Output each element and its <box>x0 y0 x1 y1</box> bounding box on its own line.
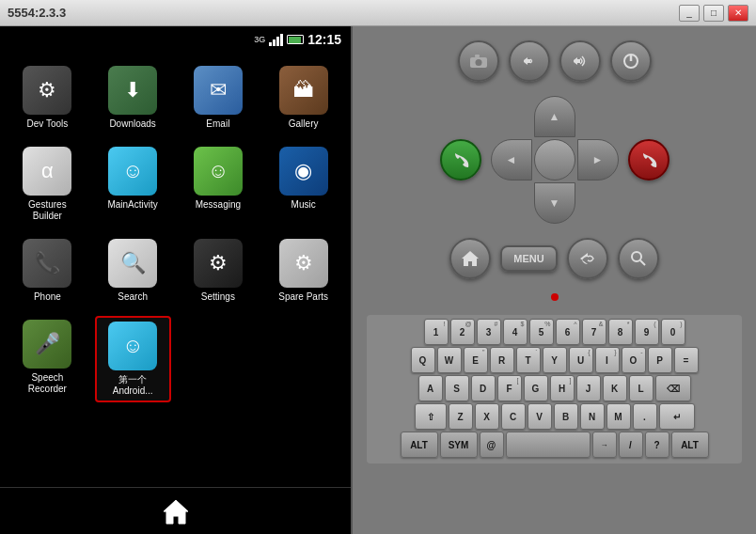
app-icon-speech-recorder: 🎤 <box>23 320 71 369</box>
key-backspace[interactable]: ⌫ <box>655 375 691 401</box>
key-2[interactable]: @2 <box>450 319 475 345</box>
key-o[interactable]: -O <box>622 347 646 373</box>
app-item-email[interactable]: ✉Email <box>181 62 257 134</box>
key-l[interactable]: L <box>629 375 654 401</box>
menu-button[interactable]: MENU <box>500 245 557 272</box>
key-c[interactable]: C <box>501 403 526 430</box>
app-item-dev-tools[interactable]: ⚙Dev Tools <box>9 62 86 134</box>
app-item-messaging[interactable]: ☺Messaging <box>181 143 257 226</box>
end-call-button[interactable] <box>628 139 669 181</box>
dpad-center-button[interactable] <box>534 139 575 181</box>
svg-rect-3 <box>475 55 480 57</box>
search-ctrl-button[interactable] <box>618 238 659 279</box>
app-item-gestures-builder[interactable]: αGestures Builder <box>9 143 86 226</box>
key-f[interactable]: [F <box>497 375 522 401</box>
back-button[interactable] <box>567 238 608 279</box>
app-item-music[interactable]: ◉Music <box>265 143 341 226</box>
key-v[interactable]: V <box>528 403 552 430</box>
key-u[interactable]: {U <box>569 347 593 373</box>
android-home-button[interactable] <box>449 238 491 279</box>
key-b[interactable]: B <box>554 403 578 430</box>
key-j[interactable]: J <box>576 375 601 401</box>
key-at[interactable]: @ <box>480 432 504 458</box>
key-t[interactable]: `T <box>516 347 541 373</box>
app-item-search[interactable]: 🔍Search <box>95 235 171 306</box>
dpad-right-button[interactable]: ► <box>577 139 619 181</box>
key-slash[interactable]: / <box>619 432 643 458</box>
svg-line-12 <box>640 260 645 265</box>
key-g[interactable]: G <box>524 375 548 401</box>
key-6[interactable]: ^6 <box>556 319 580 345</box>
key-5[interactable]: %5 <box>529 319 554 345</box>
app-item-speech-recorder[interactable]: 🎤Speech Recorder <box>9 316 86 402</box>
power-icon <box>622 53 639 70</box>
close-button[interactable]: ✕ <box>728 5 748 22</box>
volume-up-button[interactable] <box>559 40 601 82</box>
key-h[interactable]: ]H <box>550 375 575 401</box>
network-type-icon: 3G <box>254 35 265 44</box>
key-x[interactable]: X <box>475 403 499 430</box>
key-e[interactable]: "E <box>464 347 488 373</box>
minimize-button[interactable]: _ <box>679 5 700 22</box>
key-p[interactable]: P <box>648 347 672 373</box>
key-alt-left[interactable]: ALT <box>401 432 438 458</box>
top-control-row <box>458 40 652 82</box>
app-item-main-activity[interactable]: ☺MainActivity <box>95 143 171 226</box>
key-sym[interactable]: SYM <box>440 432 478 458</box>
dpad-up-button[interactable]: ▲ <box>534 96 575 137</box>
end-call-icon <box>640 151 657 168</box>
app-icon-dev-tools: ⚙ <box>23 66 71 115</box>
key-a[interactable]: A <box>418 375 443 401</box>
key-0[interactable]: )0 <box>661 319 685 345</box>
dpad-down-button[interactable]: ▼ <box>534 182 575 224</box>
app-label-speech-recorder: Speech Recorder <box>13 372 82 395</box>
key-d[interactable]: D <box>471 375 496 401</box>
key-m[interactable]: M <box>606 403 631 430</box>
camera-button[interactable] <box>458 40 499 82</box>
keyboard: !1 @2 #3 $4 %5 ^6 &7 *8 (9 )0 Q W "E R `… <box>367 315 742 463</box>
key-period[interactable]: . <box>633 403 657 430</box>
volume-down-button[interactable] <box>509 40 550 82</box>
app-item-gallery[interactable]: 🏔Gallery <box>265 62 341 134</box>
key-s[interactable]: S <box>445 375 469 401</box>
key-r[interactable]: R <box>490 347 514 373</box>
home-button[interactable] <box>157 495 195 527</box>
key-w[interactable]: W <box>437 347 462 373</box>
dpad-left-button[interactable]: ◄ <box>491 139 532 181</box>
call-button[interactable] <box>440 139 481 181</box>
key-n[interactable]: N <box>580 403 605 430</box>
app-item-spare-parts[interactable]: ⚙Spare Parts <box>265 235 341 306</box>
key-1[interactable]: !1 <box>424 319 449 345</box>
key-3[interactable]: #3 <box>477 319 501 345</box>
key-question[interactable]: ? <box>645 432 669 458</box>
key-equals[interactable]: = <box>674 347 699 373</box>
maximize-button[interactable]: □ <box>703 5 724 22</box>
key-8[interactable]: *8 <box>608 319 633 345</box>
key-9[interactable]: (9 <box>635 319 659 345</box>
app-item-settings[interactable]: ⚙Settings <box>181 235 257 306</box>
power-button[interactable] <box>610 40 652 82</box>
key-arrow-right[interactable]: → <box>592 432 617 458</box>
app-item-downloads[interactable]: ⬇Downloads <box>95 62 171 134</box>
app-item-phone[interactable]: 📞Phone <box>9 235 86 306</box>
svg-rect-7 <box>577 59 580 63</box>
home-icon <box>162 498 190 525</box>
key-4[interactable]: $4 <box>503 319 528 345</box>
key-y[interactable]: Y <box>543 347 567 373</box>
svg-marker-0 <box>164 500 188 524</box>
key-space[interactable] <box>506 432 591 458</box>
key-7[interactable]: &7 <box>582 319 606 345</box>
red-dot-indicator <box>551 293 559 301</box>
key-i[interactable]: }I <box>595 347 620 373</box>
key-q[interactable]: Q <box>411 347 435 373</box>
key-k[interactable]: K <box>603 375 627 401</box>
app-item-first-android[interactable]: ☺第一个Android... <box>95 316 171 402</box>
key-enter[interactable]: ↵ <box>659 403 695 430</box>
dpad-empty-tr <box>577 96 619 137</box>
key-z[interactable]: Z <box>449 403 473 430</box>
battery-fill <box>289 37 301 43</box>
status-icons: 3G 12:15 <box>254 32 341 47</box>
key-shift[interactable]: ⇧ <box>415 403 447 430</box>
key-alt-right[interactable]: ALT <box>671 432 709 458</box>
right-panel: ▲ ◄ ► ▼ MENU <box>353 26 756 534</box>
